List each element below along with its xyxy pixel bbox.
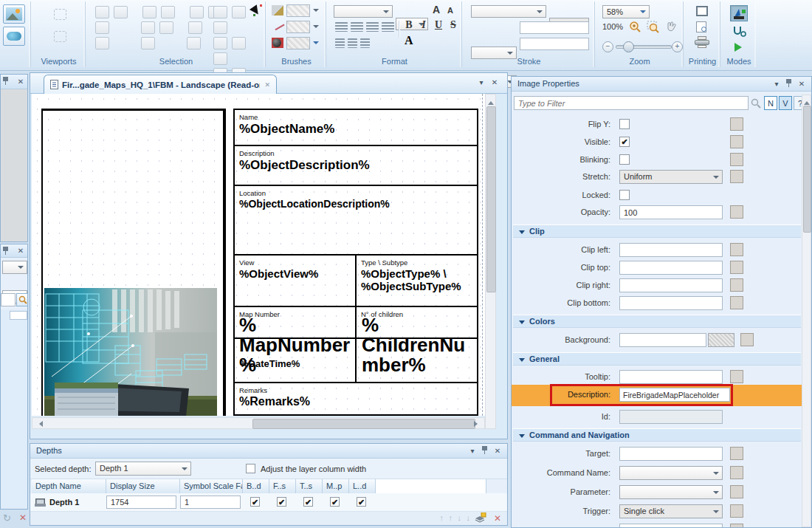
font-dialog-icon[interactable]: A [405,34,413,47]
document-close-icon[interactable] [489,78,500,88]
line-spacing-2-icon[interactable] [348,38,357,48]
filter-input[interactable] [514,96,749,110]
viewport-icon[interactable] [54,9,66,20]
command-description-binding-button[interactable] [730,524,743,528]
template-info-panel[interactable]: Name %ObjectName% Description %ObjectDes… [233,109,478,416]
template-cell-view[interactable]: View %ObjectView% [235,256,355,306]
pan-hand-icon[interactable] [664,21,678,34]
stretch-combo[interactable]: Uniform [619,170,723,184]
center-horizontal-icon[interactable] [213,37,227,49]
font-family-combo[interactable] [334,5,393,18]
template-cell-remarks[interactable]: Remarks %Remarks% [235,383,477,416]
selected-depth-combo[interactable]: Depth 1 [95,462,191,476]
zoom-slider-knob[interactable] [623,41,634,52]
move-top-icon[interactable]: ↑ [440,513,444,522]
stretch-binding-button[interactable] [730,170,743,183]
edit-mode-button[interactable] [730,5,748,21]
column-header[interactable]: F..s [269,479,296,493]
printer-icon[interactable] [695,38,709,48]
section-command-navigation[interactable]: Command and Navigation [513,428,801,442]
stroke-brush-dropdown-icon[interactable] [313,25,319,28]
zoom-region-icon[interactable] [647,21,660,34]
flip-y-checkbox[interactable] [619,119,630,129]
command-name-binding-button[interactable] [730,466,743,479]
grow-font-icon[interactable]: A [433,4,440,16]
align-text-justify-icon[interactable] [382,22,394,32]
depth-checkbox-1[interactable]: ✔ [250,497,260,507]
command-description-field[interactable] [619,524,723,528]
template-cell-description[interactable]: Description %ObjectDescription% [235,146,477,186]
zoom-level-combo[interactable]: 58% [602,5,650,18]
clip-bottom-field[interactable] [619,296,723,310]
filter-combo-1[interactable] [2,261,27,274]
scroll-left-icon[interactable] [36,421,43,427]
stroke-style-combo[interactable] [471,5,546,18]
adjust-layer-width-checkbox[interactable] [246,464,255,473]
flip-y-binding-button[interactable] [730,117,743,131]
design-canvas[interactable]: Name %ObjectName% Description %ObjectDes… [32,94,485,416]
panel-menu-icon[interactable] [467,446,478,456]
properties-scrollbar[interactable] [802,95,811,527]
template-cell-name[interactable]: Name %ObjectName% [235,110,477,146]
tooltip-binding-button[interactable] [730,370,743,383]
horizontal-scroll-thumb[interactable] [252,419,475,429]
line-spacing-3-icon[interactable] [360,38,370,48]
move-up-icon[interactable]: ↑ [449,513,453,522]
depth-checkbox-3[interactable]: ✔ [303,497,313,507]
italic-button[interactable]: I [416,19,431,31]
pin-icon[interactable] [2,77,9,86]
same-width-icon[interactable] [213,21,227,34]
parameter-binding-button[interactable] [730,485,743,498]
column-header[interactable]: T..s [296,479,323,493]
horizontal-scrollbar[interactable] [32,417,485,429]
add-depth-icon[interactable] [475,512,486,524]
ungroup-objects-icon[interactable] [114,6,128,18]
stroke-width-field[interactable] [520,21,589,34]
close-icon[interactable] [492,446,503,456]
tree-tab[interactable] [10,311,27,320]
gradient-brush-icon[interactable] [272,38,283,48]
section-colors[interactable]: Colors [513,315,801,328]
diagnostics-mode-icon[interactable] [732,25,746,38]
close-icon[interactable] [16,77,26,87]
column-header[interactable]: Depth Name [32,479,106,493]
symbol-scale-factor-field[interactable]: 1 [180,496,241,509]
depth-checkbox-2[interactable]: ✔ [277,497,286,507]
section-clip[interactable]: Clip [513,224,801,238]
snap-cursor-icon[interactable] [252,6,264,18]
scroll-up-icon[interactable] [804,98,810,105]
shrink-font-icon[interactable]: A [447,6,453,15]
clip-right-binding-button[interactable] [730,278,743,292]
background-binding-button[interactable] [740,333,754,346]
visible-checkbox[interactable]: ✔ [619,137,630,147]
filter-value-button[interactable]: V [779,96,792,110]
gradient-brush-dropdown-icon[interactable] [313,41,319,44]
tab-close-icon[interactable] [264,81,270,89]
template-cell-type[interactable]: Type \ Subtype %ObjectType% \ %ObjectSub… [355,256,477,306]
description-field[interactable]: FireBrigadeMapPlaceholder [619,388,730,402]
fill-brush-swatch[interactable] [286,4,310,17]
strikethrough-button[interactable]: S [446,19,461,31]
select-all-icon[interactable] [142,6,156,18]
line-spacing-1-icon[interactable] [335,38,345,48]
filter-name-button[interactable]: N [764,96,777,110]
print-preview-icon[interactable] [696,21,706,32]
viewport-region-icon[interactable] [54,31,66,42]
parameter-combo[interactable] [619,485,723,499]
scroll-up-icon[interactable] [488,98,494,105]
page-setup-icon[interactable] [696,6,708,16]
run-mode-icon[interactable] [734,43,742,52]
visible-binding-button[interactable] [730,135,743,148]
order-icon[interactable] [187,37,201,49]
close-icon[interactable] [16,246,26,256]
fill-brush-dropdown-icon[interactable] [313,9,319,12]
column-header[interactable]: Display Size [106,479,180,493]
tooltip-field[interactable] [619,370,723,384]
align-left-icon[interactable] [213,6,227,18]
clip-bottom-binding-button[interactable] [730,296,743,309]
align-text-right-icon[interactable] [366,22,379,32]
depth-checkbox-4[interactable]: ✔ [330,497,340,507]
trigger-combo[interactable]: Single click [619,504,723,518]
insert-brush-button[interactable] [3,27,25,46]
opacity-binding-button[interactable] [730,205,743,219]
